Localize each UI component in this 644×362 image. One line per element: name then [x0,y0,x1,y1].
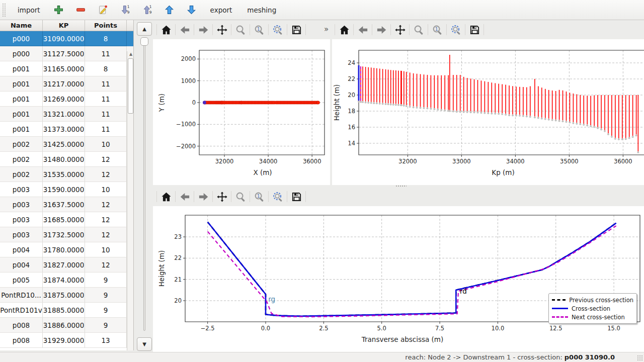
cell-kp: 31480.0000 [43,152,85,167]
zoom-icon [235,24,247,36]
move-up-button[interactable] [162,3,177,18]
forward-icon [198,191,209,203]
plan-view-plot[interactable]: 320003400036000200010000−1000−2000X (m)Y… [153,39,330,185]
pan-button[interactable] [392,22,408,37]
toolbar-separator [231,191,231,202]
zoom-button[interactable] [233,189,248,204]
table-row[interactable]: p00131165.00008 [0,61,133,76]
table-row[interactable]: p00031090.00008 [0,31,133,46]
long-profile-plot[interactable]: 3200033000340003500036000141618202224Kp … [332,39,644,185]
meshing-button[interactable]: meshing [243,3,280,17]
import-button[interactable]: import [14,3,44,17]
pan-button[interactable] [214,22,229,37]
zoom-one-button[interactable]: 1 [252,189,267,204]
forward-button[interactable] [196,189,211,204]
svg-text:rd: rd [460,287,467,295]
column-header-name[interactable]: Name [0,20,43,31]
table-row[interactable]: p00031127.500011 [0,46,133,61]
table-row[interactable]: p00831929.000013 [0,333,133,348]
sort-ascending-icon: 19 [142,5,152,15]
export-button[interactable]: export [206,3,236,17]
table-row[interactable]: p00131269.000011 [0,92,133,107]
back-button[interactable] [177,189,192,204]
cell-name: p001 [0,122,43,137]
toolbar-overflow-chevron[interactable]: » [321,25,332,34]
toolbar-separator [409,24,410,35]
table-row[interactable]: p00331590.000010 [0,182,133,197]
zoom-extent-button[interactable] [448,22,463,37]
table-row[interactable]: p00431780.000010 [0,242,133,257]
cell-name: p001 [0,107,43,122]
svg-text:−1000: −1000 [176,121,196,128]
table-row[interactable]: p00131321.000011 [0,107,133,122]
table-scrollbar[interactable]: ▲ ▼ [127,51,134,350]
table-row[interactable]: p00131217.000011 [0,76,133,92]
back-icon [179,191,191,203]
svg-text:0: 0 [192,99,196,106]
toolbar-separator [156,191,157,202]
home-button[interactable] [337,22,352,37]
sort-descending-button[interactable]: 19 [118,3,133,18]
long-profile-nav-toolbar: 1 [333,21,486,38]
zoom-extent-button[interactable] [270,22,285,37]
home-button[interactable] [158,22,174,37]
zoom-one-button[interactable]: 1 [252,22,267,37]
scrollbar-thumb[interactable] [128,58,133,114]
zoom-button[interactable] [233,22,248,37]
move-down-button[interactable] [184,3,199,18]
forward-button[interactable] [374,22,389,37]
table-row[interactable]: p00231480.000012 [0,152,133,167]
pan-button[interactable] [214,189,229,204]
move-down-icon [186,5,197,15]
remove-cross-section-button[interactable] [73,3,89,18]
next-section-button[interactable]: ▼ [137,337,152,351]
svg-text:35000: 35000 [560,158,579,165]
edit-cross-section-button[interactable] [96,3,111,18]
zoom-one-button[interactable]: 1 [430,22,445,37]
cross-section-plot[interactable]: −2.50.02.55.07.510.012.515.020212223Tran… [153,206,644,352]
cell-points: 11 [85,76,127,92]
previous-section-button[interactable]: ▲ [137,22,152,36]
column-header-points[interactable]: Points [85,20,127,31]
back-icon [357,24,369,36]
svg-text:−2000: −2000 [176,143,196,150]
cell-name: PontRD10... [0,288,43,303]
home-button[interactable] [158,189,174,204]
forward-button[interactable] [196,22,211,37]
svg-text:Height (m): Height (m) [157,250,166,287]
remove-icon [75,5,86,15]
save-button[interactable] [467,22,482,37]
section-slider-track[interactable] [143,39,145,331]
table-row[interactable]: p00831886.00009 [0,318,133,333]
table-row[interactable]: PontRD101v31885.00009 [0,303,133,318]
table-row[interactable]: p00331637.500012 [0,197,133,212]
toolbar-drag-handle[interactable] [2,3,6,17]
section-slider-thumb[interactable] [140,37,148,46]
save-button[interactable] [289,189,304,204]
table-row[interactable]: PontRD10...31875.00009 [0,288,133,303]
sort-ascending-button[interactable]: 19 [140,3,155,18]
add-cross-section-button[interactable] [51,3,66,18]
column-header-kp[interactable]: KP [43,20,85,31]
table-row[interactable]: p00231425.000010 [0,137,133,152]
table-header: NameKPPoints [0,20,133,31]
table-row[interactable]: p00331732.500012 [0,227,133,242]
scroll-up-icon[interactable]: ▲ [127,51,134,57]
back-button[interactable] [355,22,370,37]
splitter-handle[interactable] [395,185,407,188]
resize-grip-icon[interactable] [637,355,643,361]
zoom-button[interactable] [411,22,426,37]
cell-points: 10 [85,242,127,257]
svg-text:1: 1 [149,5,152,9]
cell-name: p002 [0,167,43,182]
table-row[interactable]: p00331685.000012 [0,212,133,227]
back-button[interactable] [177,22,192,37]
toolbar-separator [156,24,157,35]
table-row[interactable]: p00231535.000012 [0,167,133,182]
zoom-extent-button[interactable] [270,189,285,204]
save-button[interactable] [289,22,304,37]
table-row[interactable]: p00431827.000012 [0,257,133,273]
table-row[interactable]: p00131373.000011 [0,122,133,137]
table-row[interactable]: p00531874.00009 [0,273,133,288]
legend-entry: Next cross-section [552,313,633,321]
